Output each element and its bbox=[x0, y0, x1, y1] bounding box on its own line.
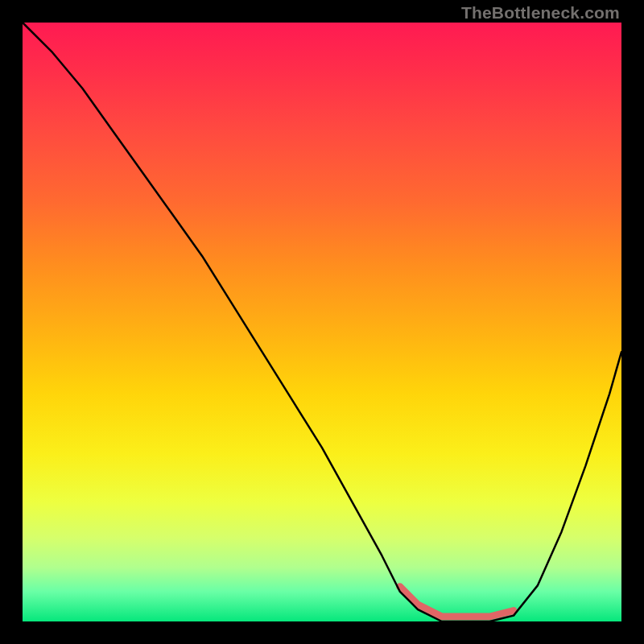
chart-frame: TheBottleneck.com bbox=[0, 0, 644, 644]
plateau-marker bbox=[400, 587, 514, 617]
watermark-text: TheBottleneck.com bbox=[461, 3, 620, 23]
bottleneck-curve bbox=[23, 23, 621, 621]
chart-svg bbox=[23, 23, 621, 621]
